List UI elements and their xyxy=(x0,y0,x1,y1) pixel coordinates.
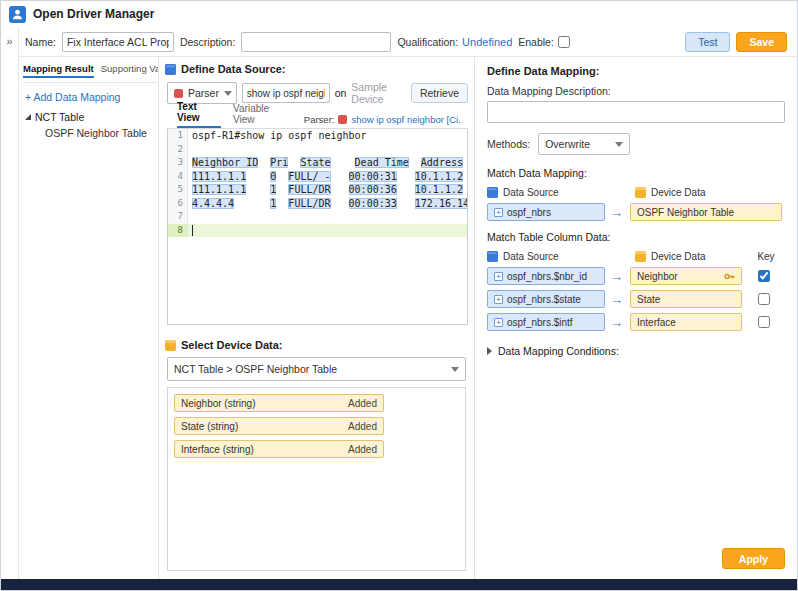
data-source-chip[interactable]: + ospf_nbrs xyxy=(487,203,605,221)
device-data-select[interactable]: NCT Table > OSPF Neighbor Table xyxy=(167,357,466,381)
device-data-header: Device Data xyxy=(651,187,705,198)
parser-link[interactable]: show ip ospf neighbor [Ci... xyxy=(351,114,462,125)
methods-select[interactable]: Overwrite xyxy=(538,133,630,155)
line-number: 1 xyxy=(168,129,188,143)
tab-variable-view[interactable]: Variable View xyxy=(233,103,292,128)
editor-line[interactable]: 3Neighbor ID Pri State Dead Time Address… xyxy=(168,156,467,170)
device-data-item[interactable]: Interface (string)Added xyxy=(174,440,384,458)
name-input[interactable] xyxy=(62,32,174,52)
app-icon xyxy=(9,6,26,23)
retrieve-button[interactable]: Retrieve xyxy=(411,83,468,103)
editor-line[interactable]: 64.4.4.4 1 FULL/DR 00:00:33 172.16.14.4 … xyxy=(168,197,467,211)
description-input[interactable] xyxy=(241,32,391,52)
data-mapping-conditions-label: Data Mapping Conditions: xyxy=(498,345,619,357)
mapping-arrow-icon: → xyxy=(610,205,623,220)
mapping-description-input[interactable] xyxy=(487,101,785,123)
tab-supporting-variables[interactable]: Supporting Variables xyxy=(101,63,158,78)
parser-icon xyxy=(338,115,347,124)
editor-line[interactable]: 5111.1.1.1 1 FULL/DR 00:00:36 10.1.1.2 F… xyxy=(168,183,467,197)
code-editor[interactable]: 1ospf-R1#show ip ospf neighbor23Neighbor… xyxy=(167,129,468,325)
data-source-chip-label: ospf_nbrs.$state xyxy=(507,294,581,305)
qualification-label: Qualification: xyxy=(397,36,458,48)
methods-label: Methods: xyxy=(487,138,530,150)
dropdown-caret-icon xyxy=(224,91,232,96)
tab-mapping-result[interactable]: Mapping Result xyxy=(23,63,94,78)
line-text xyxy=(188,143,467,157)
data-source-chip[interactable]: +ospf_nbrs.$state xyxy=(487,290,605,308)
data-source-chip[interactable]: +ospf_nbrs.$intf xyxy=(487,313,605,331)
device-data-item[interactable]: State (string)Added xyxy=(174,417,384,435)
device-data-item-label: Interface (string) xyxy=(181,444,254,455)
device-data-item-label: Neighbor (string) xyxy=(181,398,255,409)
device-data-icon xyxy=(635,187,646,198)
key-checkbox[interactable] xyxy=(758,316,770,328)
define-data-mapping-panel: Define Data Mapping: Data Mapping Descri… xyxy=(475,57,797,579)
line-text: ospf-R1#show ip ospf neighbor xyxy=(188,129,467,143)
define-data-source-title: Define Data Source: xyxy=(181,63,286,75)
data-source-panel: Define Data Source: Parser on Sample Dev… xyxy=(159,57,475,579)
apply-button[interactable]: Apply xyxy=(722,548,785,569)
editor-line[interactable]: 1ospf-R1#show ip ospf neighbor xyxy=(168,129,467,143)
on-label: on xyxy=(335,87,347,99)
device-data-item[interactable]: Neighbor (string)Added xyxy=(174,394,384,412)
line-text: 4.4.4.4 1 FULL/DR 00:00:33 172.16.14.4 F… xyxy=(188,197,467,211)
enable-checkbox[interactable] xyxy=(558,36,570,48)
device-data-chip-label: Interface xyxy=(637,317,676,328)
column-mapping-row: +ospf_nbrs.$intf→Interface xyxy=(487,313,785,331)
device-data-chip[interactable]: Interface xyxy=(630,313,742,331)
device-data-icon xyxy=(635,251,646,262)
tree-expander-icon[interactable] xyxy=(25,114,31,120)
data-mapping-conditions-toggle[interactable]: Data Mapping Conditions: xyxy=(487,345,785,357)
mapping-description-label: Data Mapping Description: xyxy=(487,85,785,97)
data-source-icon xyxy=(487,251,498,262)
column-mapping-rows: +ospf_nbrs.$nbr_id→Neighbor+ospf_nbrs.$s… xyxy=(487,267,785,331)
device-data-chip-label: OSPF Neighbor Table xyxy=(637,207,734,218)
line-number: 5 xyxy=(168,183,188,197)
dropdown-caret-icon xyxy=(615,142,623,147)
line-text xyxy=(188,224,467,238)
data-source-chip-label: ospf_nbrs.$intf xyxy=(507,317,573,328)
enable-label: Enable: xyxy=(518,36,554,48)
line-number: 4 xyxy=(168,170,188,184)
key-checkbox[interactable] xyxy=(758,293,770,305)
editor-line[interactable]: 2 xyxy=(168,143,467,157)
match-table-column-table: Data Source Device Data Key +ospf_nbrs.$… xyxy=(487,249,785,331)
device-data-chip[interactable]: OSPF Neighbor Table xyxy=(630,203,782,221)
device-data-chip[interactable]: Neighbor xyxy=(630,267,742,285)
expand-icon: + xyxy=(494,272,503,281)
tree-node-nct-table[interactable]: NCT Table xyxy=(23,109,158,125)
save-button[interactable]: Save xyxy=(736,32,787,52)
expand-icon: + xyxy=(494,295,503,304)
data-source-chip-label: ospf_nbrs.$nbr_id xyxy=(507,271,587,282)
tree-node-label: OSPF Neighbor Table xyxy=(45,127,147,139)
data-source-chip-label: ospf_nbrs xyxy=(507,207,551,218)
line-number: 7 xyxy=(168,210,188,224)
device-data-item-label: State (string) xyxy=(181,421,238,432)
key-checkbox[interactable] xyxy=(758,270,770,282)
add-data-mapping-link[interactable]: + Add Data Mapping xyxy=(25,91,120,103)
mapping-result-panel: Mapping Result Supporting Variables + Ad… xyxy=(19,57,159,579)
data-source-header: Data Source xyxy=(503,251,559,262)
device-data-chip-label: State xyxy=(637,294,660,305)
editor-line[interactable]: 4111.1.1.1 0 FULL/ - 00:00:31 10.1.1.2 O… xyxy=(168,170,467,184)
device-data-item-status: Added xyxy=(348,421,377,432)
line-number: 8 xyxy=(168,224,188,238)
editor-line[interactable]: 7 xyxy=(168,210,467,224)
titlebar: Open Driver Manager xyxy=(1,1,797,27)
match-data-mapping-table: Data Source Device Data + ospf_nbrs → OS… xyxy=(487,185,785,221)
column-mapping-row: +ospf_nbrs.$nbr_id→Neighbor xyxy=(487,267,785,285)
qualification-link[interactable]: Undefined xyxy=(462,36,512,48)
match-mapping-row: + ospf_nbrs → OSPF Neighbor Table xyxy=(487,203,785,221)
command-input[interactable] xyxy=(242,83,330,103)
key-icon xyxy=(724,271,735,282)
test-button[interactable]: Test xyxy=(685,32,730,52)
tree-node-ospf-neighbor-table[interactable]: OSPF Neighbor Table xyxy=(23,125,158,141)
data-source-chip[interactable]: +ospf_nbrs.$nbr_id xyxy=(487,267,605,285)
expand-panel-icon[interactable]: » xyxy=(6,35,12,47)
device-data-chip[interactable]: State xyxy=(630,290,742,308)
sample-device-label: Sample Device xyxy=(351,81,406,105)
tab-text-view[interactable]: Text View xyxy=(177,101,221,128)
device-data-icon xyxy=(165,340,176,351)
editor-line[interactable]: 8 xyxy=(168,224,467,238)
select-device-data-section: Select Device Data: NCT Table > OSPF Nei… xyxy=(159,333,474,579)
